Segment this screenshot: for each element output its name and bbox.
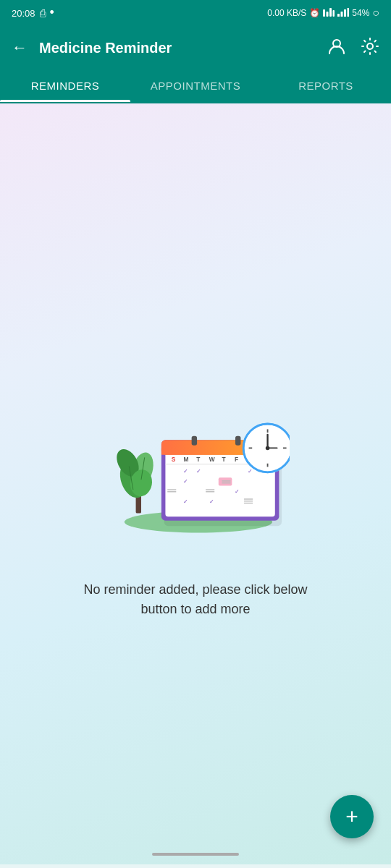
svg-text:W: W [209,456,215,463]
tab-appointments[interactable]: Appointments [130,69,261,102]
app-bar: ← Medicine Reminder [0,26,391,69]
dot-indicator: • [50,5,54,20]
main-content: S M T W T F S ✓ ✓ ✓ ✓ ✓ [0,103,391,864]
calendar-illustration: S M T W T F S ✓ ✓ ✓ ✓ ✓ [87,349,290,537]
settings-icon[interactable] [361,37,379,59]
svg-text:F: F [235,456,238,463]
svg-rect-2 [329,8,332,17]
fab-add-button[interactable]: + [330,795,374,838]
signal-icon [337,8,349,19]
svg-rect-1 [327,12,329,17]
empty-state-message: No reminder added, please click below bu… [36,580,355,619]
svg-text:✓: ✓ [248,467,253,475]
svg-text:✓: ✓ [209,498,214,505]
svg-rect-6 [344,9,346,17]
svg-point-9 [367,43,373,49]
data-speed: 0.00 KB/S [267,8,306,18]
status-right: 0.00 KB/S ⏰ 54% ○ [267,7,379,20]
notification-icon: ⎙ [40,7,46,19]
svg-rect-4 [337,14,340,17]
svg-point-64 [266,446,270,451]
svg-text:M: M [184,456,189,463]
illustration-container: S M T W T F S ✓ ✓ ✓ ✓ ✓ [87,349,304,551]
svg-text:✓: ✓ [184,467,189,475]
svg-rect-3 [333,10,335,17]
battery-display: 54% [352,8,369,18]
svg-rect-29 [192,436,197,446]
svg-rect-7 [348,8,350,17]
svg-text:S: S [172,456,176,463]
time-display: 20:08 [12,8,35,19]
alarm-icon: ⏰ [309,8,320,18]
svg-text:✓: ✓ [196,467,201,475]
svg-text:T: T [196,456,200,463]
tab-bar: Reminders Appointments Reports [0,69,391,103]
wifi-icon [323,8,335,19]
status-left: 20:08 ⎙ • [12,7,54,20]
svg-text:T: T [222,456,225,463]
fab-plus-icon: + [345,806,358,827]
status-bar: 20:08 ⎙ • 0.00 KB/S ⏰ 54% ○ [0,0,391,26]
svg-text:✓: ✓ [235,488,240,495]
profile-icon[interactable] [327,37,346,59]
svg-rect-5 [341,12,343,17]
svg-text:✓: ✓ [184,498,189,505]
svg-rect-30 [235,436,240,446]
app-bar-icons [327,37,379,59]
svg-rect-43 [219,477,232,485]
tab-reminders[interactable]: Reminders [0,69,130,102]
app-title: Medicine Reminder [39,40,316,56]
svg-text:✓: ✓ [184,477,189,485]
back-button[interactable]: ← [12,38,28,57]
tab-reports[interactable]: Reports [261,69,391,102]
bottom-nav-indicator [152,853,239,856]
svg-rect-0 [323,9,325,17]
battery-icon: ○ [372,7,379,20]
